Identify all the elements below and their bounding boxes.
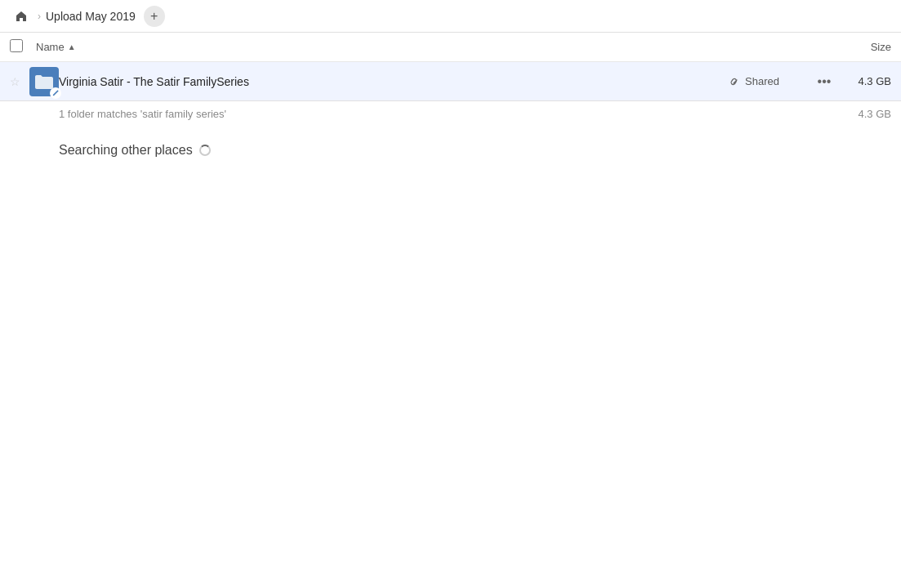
- size-column-label: Size: [871, 41, 891, 53]
- size-column-header[interactable]: Size: [826, 41, 891, 53]
- shared-badge: Shared: [729, 75, 803, 87]
- searching-title-text: Searching other places: [59, 143, 193, 158]
- search-info-bar: 1 folder matches 'satir family series' 4…: [0, 101, 901, 127]
- searching-section: Searching other places: [0, 127, 901, 174]
- home-icon: [15, 10, 28, 23]
- sort-arrow-icon: ▲: [68, 42, 76, 51]
- pencil-icon: [52, 89, 60, 96]
- searching-title: Searching other places: [59, 143, 891, 158]
- breadcrumb-separator: ›: [38, 11, 41, 22]
- pencil-badge: [50, 87, 61, 99]
- select-all-checkbox[interactable]: [10, 39, 23, 52]
- shared-label: Shared: [745, 75, 779, 87]
- folder-name: Virginia Satir - The Satir FamilySeries: [59, 75, 729, 88]
- folder-svg: [35, 74, 53, 89]
- breadcrumb-bar: › Upload May 2019 +: [0, 0, 901, 33]
- link-icon: [729, 76, 741, 87]
- loading-spinner: [199, 145, 211, 156]
- file-row[interactable]: ☆ Virginia Satir - The Satir FamilySerie…: [0, 62, 901, 101]
- name-column-header[interactable]: Name ▲: [36, 41, 826, 53]
- folder-icon-wrap: [29, 67, 59, 96]
- file-size: 4.3 GB: [842, 75, 891, 87]
- select-all-checkbox-col: [10, 39, 36, 55]
- more-dots-icon: •••: [818, 74, 832, 89]
- star-button[interactable]: ☆: [10, 75, 29, 88]
- add-button[interactable]: +: [144, 6, 165, 27]
- column-headers: Name ▲ Size: [0, 33, 901, 62]
- home-button[interactable]: [10, 5, 33, 28]
- matches-size: 4.3 GB: [859, 108, 891, 120]
- more-options-button[interactable]: •••: [813, 70, 836, 93]
- breadcrumb-title: Upload May 2019: [46, 10, 136, 23]
- matches-text: 1 folder matches 'satir family series': [59, 108, 226, 120]
- name-column-label: Name: [36, 41, 65, 53]
